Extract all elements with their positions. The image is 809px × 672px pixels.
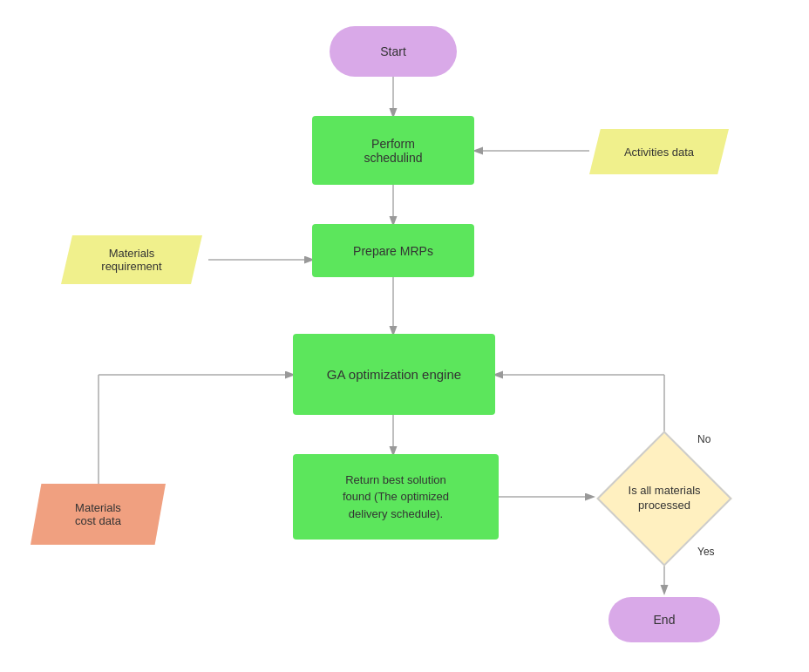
materials-requirement-node: Materials requirement <box>61 235 202 284</box>
start-node: Start <box>330 26 457 77</box>
prepare-mrps-node: Prepare MRPs <box>312 224 474 277</box>
return-solution-node: Return best solution found (The optimize… <box>293 454 499 540</box>
yes-label: Yes <box>697 546 715 558</box>
end-node: End <box>608 597 720 642</box>
materials-cost-node: Materials cost data <box>31 484 166 545</box>
activities-data-node: Activities data <box>589 129 729 174</box>
decision-label: Is all materials processed <box>618 484 710 513</box>
ga-engine-node: GA optimization engine <box>293 334 495 415</box>
perform-scheduling-node: Perform schedulind <box>312 116 474 185</box>
no-label: No <box>697 433 710 445</box>
flowchart-diagram: Start Perform schedulind Activities data… <box>0 0 809 672</box>
